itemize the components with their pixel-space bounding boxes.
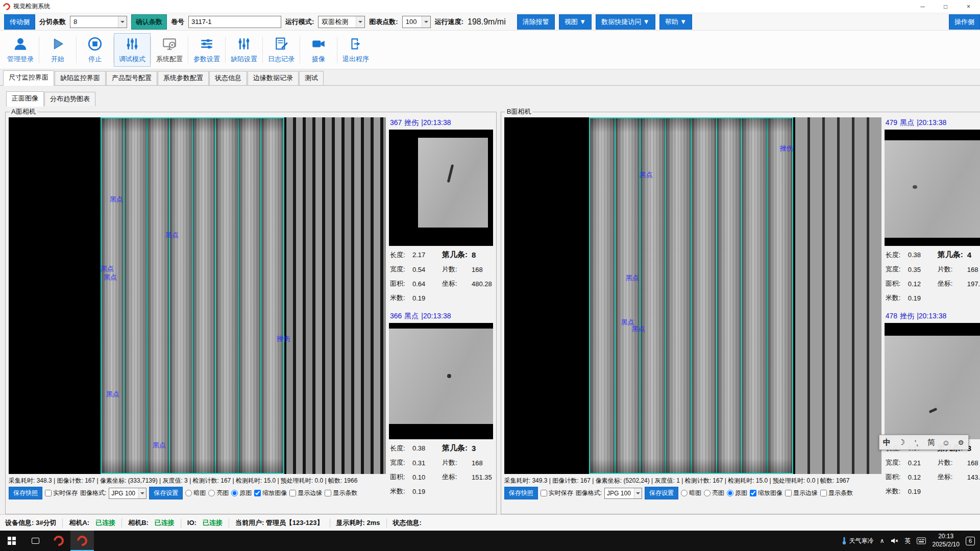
ime-simplified-button[interactable]: 简 bbox=[924, 438, 939, 447]
tab-product-model-config[interactable]: 产品型号配置 bbox=[106, 71, 157, 85]
slit-count-select[interactable]: 8 bbox=[70, 16, 127, 28]
tab-edge-data-record[interactable]: 边缘数据记录 bbox=[248, 71, 299, 85]
save-settings-button[interactable]: 保存设置 bbox=[149, 487, 183, 499]
zoom-image-checkbox[interactable]: 缩放图像 bbox=[254, 489, 287, 497]
show-edges-checkbox[interactable]: 显示边缘 bbox=[785, 489, 818, 497]
defect-thumbnail[interactable] bbox=[389, 323, 493, 439]
admin-login-button[interactable]: 管理登录 bbox=[2, 33, 39, 67]
params-settings-button[interactable]: 参数设置 bbox=[188, 33, 225, 67]
debug-mode-button[interactable]: 调试模式 bbox=[114, 33, 151, 67]
tab-test[interactable]: 测试 bbox=[299, 71, 324, 85]
show-strips-checkbox[interactable]: 显示条数 bbox=[325, 489, 357, 497]
show-strips-checkbox[interactable]: 显示条数 bbox=[820, 489, 853, 497]
log-record-button[interactable]: 日志记录 bbox=[263, 33, 300, 67]
capture-button[interactable]: 摄像 bbox=[300, 33, 337, 67]
bright-image-radio[interactable]: 亮图 bbox=[208, 489, 229, 497]
speaker-muted-icon bbox=[890, 537, 898, 545]
camera-a-status: 已连接 bbox=[95, 518, 115, 528]
drive-side-button[interactable]: 传动侧 bbox=[4, 14, 35, 30]
start-menu-button[interactable] bbox=[0, 531, 23, 551]
tab-system-params-config[interactable]: 系统参数配置 bbox=[158, 71, 209, 85]
main-content: A面相机 黑点 黑点 黑点 黑点 挫伤 黑点 黑点 采集耗时: 348.3 | … bbox=[0, 106, 980, 514]
ime-toolbar: 中 ☽ ’, 简 ☺ ⚙ bbox=[879, 435, 969, 450]
bright-image-radio[interactable]: 亮图 bbox=[704, 489, 724, 497]
defect-id: 367 bbox=[390, 118, 402, 128]
minimize-button[interactable]: ─ bbox=[911, 0, 934, 13]
tab-defect-monitor[interactable]: 缺陷监控界面 bbox=[55, 71, 106, 85]
defect-marker-label: 黑点 bbox=[153, 441, 166, 450]
camera-b-panel: B面相机 挫伤 黑点 黑点 黑点 黑点 采集耗时: 349.3 | 图像计数: … bbox=[501, 107, 980, 514]
tab-status-info[interactable]: 状态信息 bbox=[209, 71, 247, 85]
pinned-app-button[interactable] bbox=[47, 531, 70, 551]
language-indicator[interactable]: 英 bbox=[904, 537, 911, 545]
tab-front-image[interactable]: 正面图像 bbox=[6, 91, 44, 107]
ime-punctuation-button[interactable]: ’, bbox=[909, 438, 924, 447]
active-app-button[interactable] bbox=[70, 531, 94, 551]
camera-icon bbox=[311, 36, 326, 53]
thumbnail-region bbox=[389, 329, 493, 424]
ime-mode-button[interactable]: 中 bbox=[879, 438, 894, 447]
thumbnail-region bbox=[885, 140, 980, 238]
show-edges-checkbox[interactable]: 显示边缘 bbox=[289, 489, 322, 497]
run-mode-select[interactable]: 双面检测 bbox=[318, 16, 365, 28]
clock-widget[interactable]: 20:13 2025/2/10 bbox=[932, 533, 959, 548]
weather-text: 天气寒冷 bbox=[849, 537, 874, 545]
zoom-image-checkbox[interactable]: 缩放图像 bbox=[750, 489, 782, 497]
save-snapshot-button[interactable]: 保存快照 bbox=[9, 487, 42, 499]
exit-program-button[interactable]: 退出程序 bbox=[337, 33, 374, 67]
defect-header[interactable]: 479 黑点 |20:13:38 bbox=[885, 117, 980, 130]
save-snapshot-button[interactable]: 保存快照 bbox=[504, 487, 538, 499]
chart-points-select[interactable]: 100 bbox=[402, 16, 431, 28]
image-format-label: 图像格式: bbox=[80, 489, 106, 497]
volume-button[interactable] bbox=[890, 537, 898, 545]
ime-settings-gear-icon[interactable]: ⚙ bbox=[953, 439, 968, 446]
task-view-button[interactable] bbox=[23, 531, 47, 551]
defect-marker-label: 黑点 bbox=[640, 170, 653, 180]
defect-header[interactable]: 367 挫伤 |20:13:38 bbox=[389, 117, 493, 130]
confirm-count-button[interactable]: 确认条数 bbox=[131, 14, 167, 30]
help-menu-button[interactable]: 帮助 ▼ bbox=[659, 14, 692, 30]
app-logo-icon bbox=[2, 2, 12, 12]
close-button[interactable]: × bbox=[957, 0, 980, 13]
tab-distribution-trend-chart[interactable]: 分布趋势图表 bbox=[44, 92, 95, 106]
strip bbox=[590, 118, 616, 473]
defect-card: 366 黑点 |20:13:38 长度:0.38 第几条:3 宽度:0.31 片… bbox=[389, 311, 493, 496]
image-format-select[interactable]: JPG 100 bbox=[109, 488, 146, 499]
original-image-radio[interactable]: 原图 bbox=[231, 489, 252, 497]
camera-a-status-label: 相机A: bbox=[69, 518, 89, 528]
dark-image-radio[interactable]: 暗图 bbox=[681, 489, 701, 497]
defect-thumbnail[interactable] bbox=[885, 323, 980, 439]
save-settings-button[interactable]: 保存设置 bbox=[645, 487, 678, 499]
realtime-save-checkbox[interactable]: 实时保存 bbox=[541, 489, 573, 497]
tray-expand-button[interactable]: ∧ bbox=[880, 537, 885, 544]
ime-fullwidth-icon[interactable]: ☽ bbox=[894, 438, 909, 447]
weather-widget[interactable]: 天气寒冷 bbox=[841, 537, 874, 545]
defect-thumbnail[interactable] bbox=[389, 130, 493, 246]
original-image-radio[interactable]: 原图 bbox=[727, 489, 747, 497]
system-config-icon bbox=[162, 36, 177, 53]
stop-button[interactable]: 停止 bbox=[77, 33, 113, 67]
realtime-save-checkbox[interactable]: 实时保存 bbox=[45, 489, 78, 497]
maximize-button[interactable]: □ bbox=[934, 0, 957, 13]
camera-b-controls: 保存快照 实时保存 图像格式: JPG 100 保存设置 暗图 亮图 原图 缩放… bbox=[504, 487, 881, 499]
dark-image-radio[interactable]: 暗图 bbox=[185, 489, 206, 497]
defect-header[interactable]: 478 挫伤 |20:13:38 bbox=[885, 311, 980, 323]
system-config-button[interactable]: 系统配置 bbox=[151, 33, 188, 67]
clear-alarm-button[interactable]: 清除报警 bbox=[517, 14, 555, 30]
image-format-select[interactable]: JPG 100 bbox=[604, 488, 642, 499]
ime-emoji-icon[interactable]: ☺ bbox=[939, 438, 953, 447]
defect-header[interactable]: 366 黑点 |20:13:38 bbox=[389, 311, 493, 323]
start-button[interactable]: 开始 bbox=[39, 33, 76, 67]
roll-number-input[interactable] bbox=[188, 16, 281, 28]
notification-center-button[interactable]: 6 bbox=[966, 537, 975, 545]
camera-a-image[interactable]: 黑点 黑点 黑点 黑点 挫伤 黑点 黑点 bbox=[9, 117, 386, 474]
defect-thumbnail[interactable] bbox=[885, 130, 980, 246]
tab-size-monitor[interactable]: 尺寸监控界面 bbox=[3, 70, 54, 86]
keyboard-button[interactable] bbox=[917, 537, 926, 544]
data-quick-access-menu-button[interactable]: 数据快捷访问 ▼ bbox=[596, 14, 655, 30]
camera-b-image[interactable]: 挫伤 黑点 黑点 黑点 黑点 bbox=[504, 117, 881, 474]
defect-settings-button[interactable]: 缺陷设置 bbox=[226, 33, 262, 67]
view-menu-button[interactable]: 视图 ▼ bbox=[559, 14, 592, 30]
operate-side-button[interactable]: 操作侧 bbox=[949, 14, 980, 30]
defect-card: 478 挫伤 |20:13:38 长度:0.57 第几条:3 宽度:0.21 片… bbox=[885, 311, 980, 496]
